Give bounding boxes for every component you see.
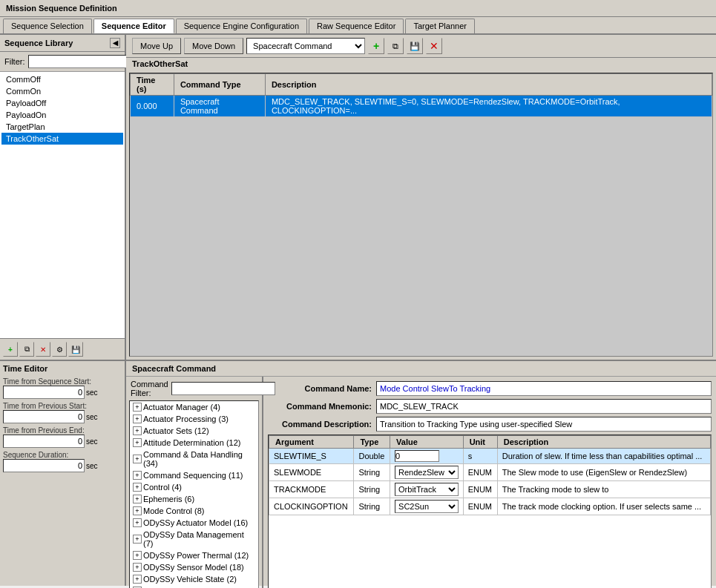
tree-item-9[interactable]: + ODySSy Actuator Model (16) <box>130 517 258 529</box>
time-label-3: Sequence Duration: <box>3 451 122 459</box>
expand-icon-13[interactable]: + <box>133 575 142 584</box>
library-item[interactable]: TargetPlan <box>1 121 123 133</box>
sidebar-collapse-btn[interactable]: ◀ <box>110 38 120 48</box>
time-label-0: Time from Sequence Start: <box>3 377 122 386</box>
library-item[interactable]: PayloadOn <box>1 109 123 121</box>
cell-description: MDC_SLEW_TRACK, SLEWTIME_S=0, SLEWMODE=R… <box>265 96 712 117</box>
time-unit-1: sec <box>86 413 98 421</box>
expand-icon-5[interactable]: + <box>133 471 142 480</box>
time-label-2: Time from Previous End: <box>3 426 122 435</box>
save-command-button[interactable]: 💾 <box>407 38 423 54</box>
tree-item-6[interactable]: + Control (4) <box>130 481 258 493</box>
add-sequence-button[interactable]: + <box>3 342 18 357</box>
arg-value-select-1[interactable]: RendezSlew <box>395 466 459 479</box>
sidebar-title: Sequence Library <box>4 39 73 47</box>
tab-engine-config[interactable]: Sequence Engine Configuration <box>176 19 307 33</box>
tab-target-planner[interactable]: Target Planner <box>405 19 475 33</box>
tree-item-13[interactable]: + ODySSy Vehicle State (2) <box>130 573 258 585</box>
expand-icon-3[interactable]: + <box>133 438 142 447</box>
time-input-0[interactable] <box>3 386 85 399</box>
expand-icon-2[interactable]: + <box>133 426 142 435</box>
library-item[interactable]: CommOff <box>1 73 123 85</box>
arg-row-2[interactable]: TRACKMODE String OrbitTrack ENUM The Tra… <box>269 481 711 498</box>
tree-item-14[interactable]: + Sensor Manager (20) <box>130 585 258 588</box>
tree-item-10[interactable]: + ODySSy Data Management (7) <box>130 529 258 549</box>
move-up-button[interactable]: Move Up <box>132 38 181 54</box>
tab-bar: Sequence Selection Sequence Editor Seque… <box>0 17 716 35</box>
expand-icon-8[interactable]: + <box>133 506 142 515</box>
arg-value-2[interactable]: OrbitTrack <box>390 481 464 498</box>
expand-icon-0[interactable]: + <box>133 403 142 412</box>
tree-item-12[interactable]: + ODySSy Sensor Model (18) <box>130 561 258 573</box>
arg-value-select-2[interactable]: OrbitTrack <box>395 483 459 496</box>
filter-input[interactable] <box>28 55 135 68</box>
expand-icon-11[interactable]: + <box>133 551 142 560</box>
arg-unit-3: ENUM <box>463 498 497 515</box>
tab-raw-editor[interactable]: Raw Sequence Editor <box>309 19 404 33</box>
expand-icon-9[interactable]: + <box>133 518 142 527</box>
expand-icon-10[interactable]: + <box>133 535 142 544</box>
tab-sequence-editor[interactable]: Sequence Editor <box>93 19 174 33</box>
library-item[interactable]: PayloadOff <box>1 97 123 109</box>
expand-icon-7[interactable]: + <box>133 495 142 503</box>
library-list: CommOff CommOn PayloadOff PayloadOn Targ… <box>0 72 125 338</box>
arg-unit-0: s <box>463 449 497 464</box>
expand-icon-12[interactable]: + <box>133 563 142 572</box>
table-row[interactable]: 0.000 Spacecraft Command MDC_SLEW_TRACK,… <box>131 96 712 117</box>
tree-item-0[interactable]: + Actuator Manager (4) <box>130 401 258 413</box>
arg-desc-3: The track mode clocking option. If user … <box>497 498 710 515</box>
cmd-tree: + Actuator Manager (4) + Actuator Proces… <box>129 400 259 588</box>
tree-item-4[interactable]: + Command & Data Handling (34) <box>130 449 258 469</box>
delete-sequence-button[interactable]: ✕ <box>36 342 50 357</box>
library-item-selected[interactable]: TrackOtherSat <box>1 133 123 145</box>
time-input-3[interactable] <box>3 459 85 472</box>
sequence-library-panel: Sequence Library ◀ Filter: CommOff CommO… <box>0 35 126 360</box>
col-time: Time (s) <box>131 74 174 96</box>
save-sequence-button[interactable]: 💾 <box>68 342 83 357</box>
settings-sequence-button[interactable]: ⚙ <box>52 342 67 357</box>
tree-item-11[interactable]: + ODySSy Power Thermal (12) <box>130 549 258 561</box>
arg-row-1[interactable]: SLEWMODE String RendezSlew ENUM The Slew… <box>269 464 711 481</box>
arg-row-3[interactable]: CLOCKINGOPTION String SC2Sun ENUM The tr… <box>269 498 711 515</box>
time-input-1[interactable] <box>3 410 85 423</box>
title-bar: Mission Sequence Definition <box>0 0 716 17</box>
delete-command-button[interactable]: ✕ <box>426 38 442 54</box>
copy-sequence-button[interactable]: ⧉ <box>19 342 34 357</box>
detail-mnemonic-row: Command Mnemonic: MDC_SLEW_TRACK <box>268 399 712 414</box>
col-description: Description <box>265 74 712 96</box>
arg-value-1[interactable]: RendezSlew <box>390 464 464 481</box>
arg-value-select-3[interactable]: SC2Sun <box>395 500 459 513</box>
time-input-2[interactable] <box>3 435 85 448</box>
command-type-dropdown[interactable]: Spacecraft Command <box>246 38 365 54</box>
tree-item-1[interactable]: + Actuator Processing (3) <box>130 413 258 425</box>
tree-item-label-2: Actuator Sets (12) <box>143 426 209 435</box>
move-down-button[interactable]: Move Down <box>184 38 243 54</box>
time-row-0: Time from Sequence Start: sec <box>3 377 122 399</box>
args-table: Argument Type Value Unit Description SLE… <box>269 435 711 515</box>
tree-item-7[interactable]: + Ephemeris (6) <box>130 493 258 505</box>
tab-sequence-selection[interactable]: Sequence Selection <box>3 19 92 33</box>
tree-item-2[interactable]: + Actuator Sets (12) <box>130 425 258 437</box>
tree-item-5[interactable]: + Command Sequencing (11) <box>130 469 258 481</box>
expand-icon-6[interactable]: + <box>133 483 142 492</box>
detail-description-row: Command Description: Transition to Track… <box>268 417 712 432</box>
arg-desc-1: The Slew mode to use (EigenSlew or Rende… <box>497 464 710 481</box>
tree-item-3[interactable]: + Attitude Determination (12) <box>130 437 258 449</box>
command-panel: Spacecraft Command Command Filter: + Act… <box>126 361 716 586</box>
expand-icon-4[interactable]: + <box>133 455 142 463</box>
library-item[interactable]: CommOn <box>1 85 123 97</box>
time-unit-3: sec <box>86 462 98 470</box>
arg-row-0[interactable]: SLEWTIME_S Double s Duration of slew. If… <box>269 449 711 464</box>
add-command-button[interactable]: + <box>368 38 384 54</box>
app-title: Mission Sequence Definition <box>6 4 117 13</box>
copy-command-button[interactable]: ⧉ <box>387 38 404 54</box>
arg-value-0[interactable] <box>390 449 464 464</box>
tree-item-label-3: Attitude Determination (12) <box>143 438 240 447</box>
time-label-1: Time from Previous Start: <box>3 402 122 410</box>
arg-value-3[interactable]: SC2Sun <box>390 498 464 515</box>
args-table-container: Argument Type Value Unit Description SLE… <box>268 435 712 588</box>
cmd-filter-input[interactable] <box>171 382 275 395</box>
sequence-table-container: Time (s) Command Type Description 0.000 … <box>129 73 713 357</box>
expand-icon-1[interactable]: + <box>133 414 142 423</box>
tree-item-8[interactable]: + Mode Control (8) <box>130 505 258 517</box>
